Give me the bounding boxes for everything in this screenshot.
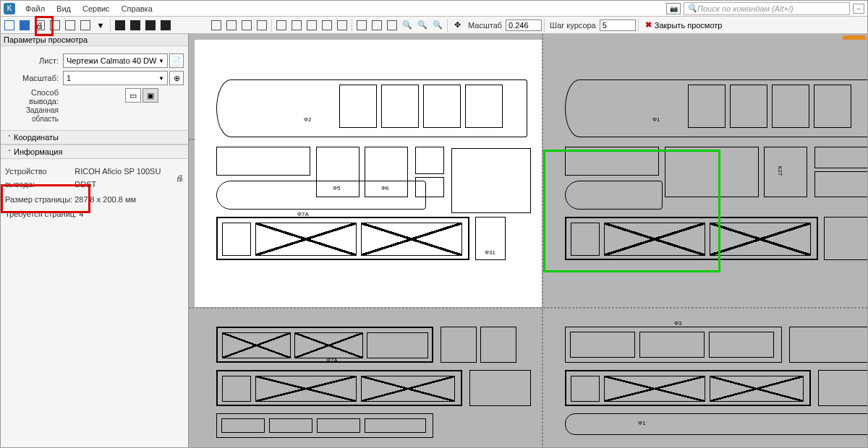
output-label: Способ вывода: Заданная область: [5, 88, 63, 123]
part-label: Ф7А: [297, 211, 309, 217]
drawing-part: [730, 85, 767, 128]
tool-pan1-icon[interactable]: [209, 18, 224, 33]
tool-pan2-icon[interactable]: [224, 18, 239, 33]
output-mode-1[interactable]: ▭: [125, 88, 141, 103]
tool-dark4-icon[interactable]: [158, 18, 173, 33]
tool-zoom-out-icon[interactable]: 🔍: [415, 18, 430, 33]
drawing-part: [465, 85, 503, 128]
tool-filter-icon[interactable]: ▼: [93, 18, 108, 33]
tool-scale-icon[interactable]: [255, 18, 269, 33]
drawing-part: [814, 147, 867, 168]
drawing-part: [339, 85, 377, 128]
drawing-part: [571, 376, 600, 402]
tool-rotate-icon[interactable]: [239, 18, 254, 33]
drawing-part: Ф31: [475, 217, 506, 260]
command-search[interactable]: 🔍 Поиск по командам (Alt+/): [684, 2, 850, 15]
cursor-step-label: Шаг курсора: [547, 21, 599, 30]
tool-hand-icon[interactable]: [354, 18, 369, 33]
minimize-button[interactable]: –: [853, 4, 864, 14]
tool-views-icon[interactable]: [2, 18, 17, 33]
drawing-part: [710, 376, 804, 402]
drawing-part: [222, 332, 291, 358]
camera-icon[interactable]: 📷: [666, 3, 681, 14]
drawing-part: [361, 223, 462, 256]
pages-needed-row: Требуется страниц: 4: [5, 208, 184, 221]
drawing-part: [480, 327, 516, 363]
preview-page-2: Ф1 К27: [543, 40, 867, 307]
scale-select[interactable]: 1 ▼: [63, 71, 168, 85]
scale-sidebar-value: 1: [67, 74, 71, 82]
tool-next-icon[interactable]: [335, 18, 349, 33]
close-preview-label: Закрыть просмотр: [655, 21, 723, 30]
tool-layout2-icon[interactable]: [78, 18, 93, 33]
tool-rect-icon[interactable]: [305, 18, 319, 33]
drawing-truss: [565, 217, 818, 260]
section-information[interactable]: ˄ Информация: [1, 145, 188, 159]
drawing-part: Ф1: [565, 413, 867, 435]
preview-page-3: Ф7А: [195, 309, 542, 447]
scale-input[interactable]: [506, 20, 542, 31]
drawing-part: [221, 418, 265, 433]
sheet-select[interactable]: Чертежи Calmato 40 DW ▼: [63, 53, 168, 68]
print-preview-canvas[interactable]: Ф2 Ф5 Ф6 Ф7А: [189, 34, 867, 448]
menu-file[interactable]: Файл: [20, 3, 51, 14]
drawing-part: [814, 85, 851, 128]
preview-page-4: Ф3 Ф1: [543, 309, 867, 447]
drawing-truss: [216, 370, 462, 406]
main-toolbar: 🖨 ▼ 🔍 🔍 🔍 ✥ Масштаб Шаг курсора ✖ Закрыт…: [1, 17, 867, 34]
tool-fit-icon[interactable]: [274, 18, 289, 33]
section-info-label: Информация: [14, 147, 62, 156]
drawing-part: [255, 223, 357, 256]
drawing-part: [415, 147, 444, 174]
drawing-part: [824, 217, 867, 260]
sidebar-title: Параметры просмотра: [1, 34, 188, 46]
scale-label: Масштаб: [465, 21, 505, 30]
tool-page-setup-icon[interactable]: [48, 18, 62, 33]
chevron-down-icon: ▼: [158, 75, 164, 82]
tool-fit2-icon[interactable]: [289, 18, 304, 33]
output-mode-2[interactable]: ▣: [142, 88, 158, 103]
tool-grid-icon[interactable]: [17, 18, 32, 33]
sheet-add-button[interactable]: 📄: [169, 53, 184, 68]
toolbar-separator: [352, 19, 352, 32]
tool-dark2-icon[interactable]: [128, 18, 142, 33]
drawing-part: [317, 418, 360, 433]
menubar: K Файл Вид Сервис Справка 📷 🔍 Поиск по к…: [1, 1, 867, 17]
tool-zoom-in-icon[interactable]: 🔍: [400, 18, 414, 33]
close-icon: ✖: [645, 20, 652, 30]
menu-view[interactable]: Вид: [51, 3, 77, 14]
toolbar-separator: [544, 19, 545, 32]
drawing-part: [814, 171, 867, 197]
sidebar: Параметры просмотра Лист: Чертежи Calmat…: [1, 34, 189, 448]
section-coordinates[interactable]: ˅ Координаты: [1, 130, 188, 145]
cursor-step-input[interactable]: [600, 20, 636, 31]
tool-grid2-icon[interactable]: [370, 18, 384, 33]
tool-dark3-icon[interactable]: [143, 18, 158, 33]
part-label: Ф1: [652, 116, 660, 123]
tool-hand2-icon[interactable]: [385, 18, 399, 33]
drawing-part: [772, 85, 809, 128]
drawing-part: [222, 223, 251, 256]
tool-print-icon[interactable]: 🖨: [33, 18, 47, 33]
scale-extra-button[interactable]: ⊕: [169, 71, 184, 85]
drawing-truss: [565, 370, 811, 406]
tool-dark1-icon[interactable]: [113, 18, 127, 33]
part-label: Ф1: [638, 420, 646, 426]
drawing-truss: Ф7А: [216, 217, 469, 260]
drawing-part: [381, 85, 419, 128]
drawing-part: К27: [764, 147, 807, 197]
drawing-part: [216, 147, 310, 176]
tool-move-icon[interactable]: ✥: [450, 18, 464, 33]
drawing-part: [469, 370, 531, 406]
drawing-part: [604, 223, 705, 256]
menu-service[interactable]: Сервис: [77, 3, 116, 14]
close-preview-button[interactable]: ✖ Закрыть просмотр: [641, 20, 727, 30]
drawing-part: [216, 413, 433, 438]
tool-zoom-fit-icon[interactable]: 🔍: [430, 18, 445, 33]
tool-prev-icon[interactable]: [320, 18, 334, 33]
tool-layout1-icon[interactable]: [63, 18, 77, 33]
drawing-part: [604, 376, 705, 402]
menu-help[interactable]: Справка: [116, 3, 158, 14]
toolbar-separator: [447, 19, 448, 32]
drawing-part: [423, 85, 461, 128]
